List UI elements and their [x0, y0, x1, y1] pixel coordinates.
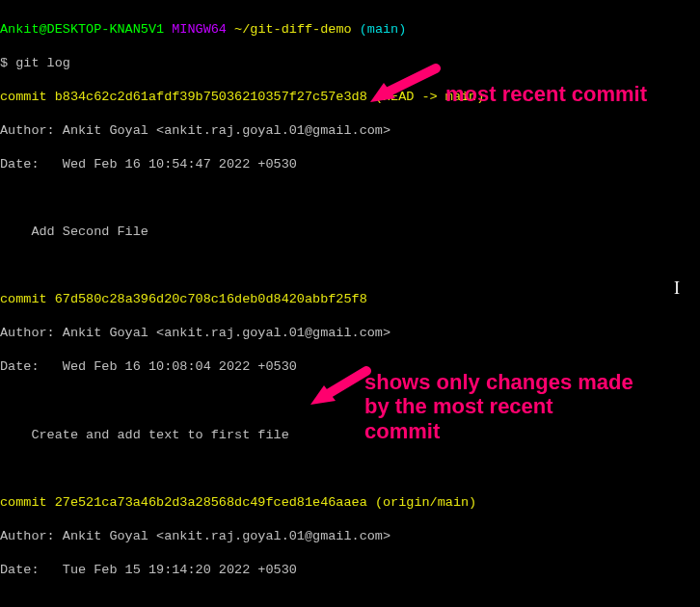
commit-hash-line: commit 27e521ca73a46b2d3a28568dc49fced81…	[0, 494, 700, 512]
blank-line	[0, 257, 700, 275]
commit-date: Date: Wed Feb 16 10:54:47 2022 +0530	[0, 156, 700, 173]
commit-hash-line: commit 67d580c28a396d20c708c16deb0d8420a…	[0, 291, 700, 308]
blank-line	[0, 393, 700, 410]
prompt-path: ~/git-diff-demo	[234, 22, 352, 37]
commit-author: Author: Ankit Goyal <ankit.raj.goyal.01@…	[0, 122, 700, 140]
commit-author: Author: Ankit Goyal <ankit.raj.goyal.01@…	[0, 325, 700, 342]
commit-date: Date: Wed Feb 16 10:08:04 2022 +0530	[0, 358, 700, 376]
prompt-line: Ankit@DESKTOP-KNAN5V1 MINGW64 ~/git-diff…	[0, 21, 700, 39]
commit-date: Date: Tue Feb 15 19:14:20 2022 +0530	[0, 562, 700, 579]
command-line: $ git log	[0, 55, 700, 72]
blank-line	[0, 190, 700, 207]
commit-hash-line: commit b834c62c2d61afdf39b75036210357f27…	[0, 89, 700, 106]
commit-author: Author: Ankit Goyal <ankit.raj.goyal.01@…	[0, 528, 700, 545]
prompt-user: Ankit@DESKTOP-KNAN5V1	[0, 22, 164, 37]
prompt-env: MINGW64	[172, 22, 227, 37]
terminal-output[interactable]: Ankit@DESKTOP-KNAN5V1 MINGW64 ~/git-diff…	[0, 0, 700, 607]
text-cursor-icon: I	[674, 277, 680, 300]
blank-line	[0, 461, 700, 478]
commit-message: Add Second File	[0, 224, 700, 241]
blank-line	[0, 595, 700, 607]
prompt-branch: (main)	[360, 22, 407, 37]
commit-message: Create and add text to first file	[0, 427, 700, 444]
